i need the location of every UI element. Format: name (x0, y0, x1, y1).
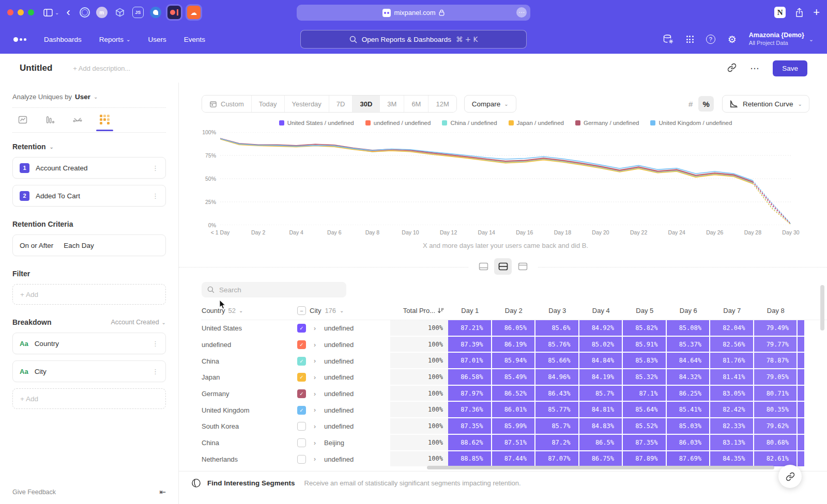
retention-cell[interactable]: 79.77% (754, 337, 798, 353)
retention-cell[interactable]: 82.33% (710, 418, 754, 435)
floating-share-link-button[interactable] (778, 465, 802, 488)
plot-area[interactable] (220, 132, 791, 225)
nav-dashboards[interactable]: Dashboards (44, 36, 82, 43)
range-yesterday[interactable]: Yesterday (284, 96, 329, 112)
range-today[interactable]: Today (251, 96, 284, 112)
criteria-condition[interactable]: On or After (20, 242, 53, 249)
range-30d[interactable]: 30D (352, 96, 379, 112)
retention-cell[interactable]: 83.13% (710, 435, 754, 451)
browser-sidebar-icon[interactable] (43, 9, 53, 17)
expand-row-icon[interactable]: › (314, 406, 316, 414)
m-extension-icon[interactable]: m (96, 7, 108, 18)
retention-cell[interactable]: 87.97% (448, 386, 492, 402)
nav-users[interactable]: Users (148, 36, 166, 43)
day-column-header[interactable]: Day 3 (535, 307, 579, 314)
expand-row-icon[interactable]: › (314, 341, 316, 349)
share-icon[interactable] (795, 8, 804, 18)
save-button[interactable]: Save (773, 60, 807, 76)
range-7d[interactable]: 7D (329, 96, 353, 112)
series-checkbox[interactable]: ✓ (297, 389, 306, 398)
legend-item[interactable]: Germany / undefined (575, 120, 639, 126)
expand-row-icon[interactable]: › (314, 390, 316, 398)
data-management-icon[interactable] (663, 34, 674, 44)
legend-item[interactable]: United Kingdom / undefined (650, 120, 732, 126)
retention-cell[interactable]: 85.94% (492, 353, 536, 369)
horizontal-scrollbar[interactable] (427, 466, 774, 469)
city-column-header[interactable]: − City 176 ⌄ (297, 306, 390, 315)
criteria-interval[interactable]: Each Day (64, 242, 94, 249)
page-settings-icon[interactable]: ⋯ (516, 7, 527, 18)
legend-item[interactable]: Japan / undefined (509, 120, 564, 126)
global-search-input[interactable]: Open Reports & Dashboards ⌘ + K (300, 30, 527, 49)
retention-cell[interactable]: 87.89% (623, 451, 667, 468)
chart-type-selector[interactable]: Retention Curve ⌄ (722, 95, 809, 113)
day-column-header[interactable]: Day 5 (623, 307, 667, 314)
retention-cell[interactable]: 82.42% (710, 402, 754, 418)
cube-extension-icon[interactable] (114, 6, 126, 19)
tab-funnels[interactable] (45, 115, 55, 133)
series-checkbox[interactable]: ✓ (297, 340, 306, 349)
copy-link-icon[interactable] (727, 63, 737, 74)
retention-cell[interactable]: 85.76% (535, 337, 579, 353)
report-title[interactable]: Untitled (20, 63, 52, 73)
retention-cell[interactable]: 87.2% (535, 435, 579, 451)
retention-cell[interactable]: 81.76% (710, 353, 754, 369)
retention-cell[interactable]: 85.32% (623, 369, 667, 386)
retention-cell[interactable]: 85.02% (579, 337, 623, 353)
retention-cell[interactable]: 85.7% (535, 418, 579, 435)
retention-cell[interactable]: 85.6% (535, 320, 579, 337)
retention-cell[interactable]: 86.52% (492, 386, 536, 402)
retention-cell[interactable]: 85.08% (667, 320, 711, 337)
series-checkbox[interactable]: ✓ (297, 357, 306, 366)
select-all-checkbox[interactable]: − (297, 306, 306, 315)
legend-item[interactable]: undefined / undefined (365, 120, 431, 126)
retention-cell[interactable]: 81.41% (710, 369, 754, 386)
retention-cell[interactable]: 84.96% (535, 369, 579, 386)
day-column-header[interactable]: Day 2 (492, 307, 536, 314)
retention-cell[interactable]: 85.7% (579, 386, 623, 402)
retention-cell[interactable]: 87.07% (535, 451, 579, 468)
nav-events[interactable]: Events (184, 36, 205, 43)
retention-cell[interactable]: 82.04% (710, 320, 754, 337)
retention-cell[interactable]: 84.84% (579, 353, 623, 369)
expand-row-icon[interactable]: › (314, 439, 316, 447)
retention-cell[interactable]: 86.58% (448, 369, 492, 386)
retention-cell[interactable]: 87.39% (448, 337, 492, 353)
apps-grid-icon[interactable] (686, 36, 694, 43)
retention-cell[interactable]: 86.19% (492, 337, 536, 353)
retention-cell[interactable]: 85.64% (623, 402, 667, 418)
breakdown-country[interactable]: Aa Country ⋮ (12, 333, 166, 354)
retention-cell[interactable]: 85.99% (492, 418, 536, 435)
retention-cell[interactable]: 84.19% (579, 369, 623, 386)
tab-insights[interactable] (18, 115, 28, 133)
retention-cell[interactable]: 84.83% (579, 418, 623, 435)
retention-cell[interactable]: 88.62% (448, 435, 492, 451)
help-icon[interactable]: ? (706, 35, 715, 44)
range-custom[interactable]: Custom (202, 96, 251, 112)
series-checkbox[interactable] (297, 455, 306, 464)
kebab-menu-icon[interactable]: ⋮ (152, 340, 159, 348)
show-counts-toggle[interactable]: # (683, 96, 698, 112)
retention-section-title[interactable]: Retention (12, 143, 46, 151)
legend-item[interactable]: United States / undefined (279, 120, 354, 126)
split-view-button[interactable] (494, 258, 512, 275)
retention-cell[interactable]: 85.83% (623, 353, 667, 369)
retention-cell[interactable]: 85.03% (667, 418, 711, 435)
chevron-down-icon[interactable]: ⌄ (55, 10, 59, 15)
tab-flows[interactable] (72, 115, 83, 133)
series-checkbox[interactable]: ✓ (297, 373, 306, 382)
retention-cell[interactable]: 80.71% (754, 386, 798, 402)
close-window-button[interactable] (7, 9, 13, 15)
give-feedback-link[interactable]: Give Feedback (12, 489, 56, 496)
retention-cell[interactable]: 84.35% (710, 451, 754, 468)
table-focus-view-button[interactable] (514, 258, 531, 275)
retention-cell[interactable]: 87.36% (448, 402, 492, 418)
analyze-by-selector[interactable]: User (75, 93, 90, 101)
day-column-header[interactable]: Day 8 (754, 307, 798, 314)
day-column-header[interactable]: Day 1 (448, 307, 492, 314)
bird-extension-icon[interactable] (150, 7, 161, 18)
range-3m[interactable]: 3M (379, 96, 404, 112)
retention-cell[interactable]: 85.37% (667, 337, 711, 353)
retention-cell[interactable]: 86.03% (667, 435, 711, 451)
expand-row-icon[interactable]: › (314, 423, 316, 430)
